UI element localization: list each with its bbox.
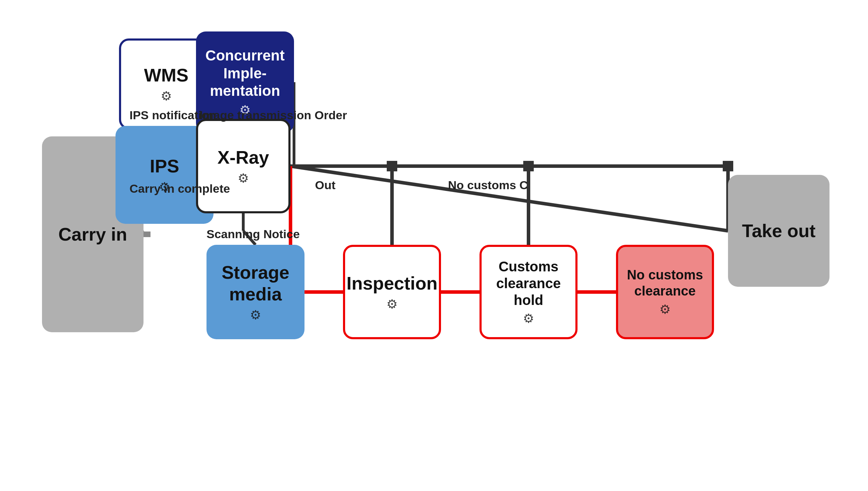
scanning-notice-label: Scanning Notice (206, 227, 300, 241)
carry-in-label: Carry in (58, 223, 127, 245)
concurrent-label: Concurrent Imple- mentation (196, 47, 294, 100)
svg-rect-33 (723, 161, 733, 171)
take-out-label: Take out (742, 220, 816, 242)
image-transmission-label: Image transmission Order (200, 108, 347, 122)
ips-label: IPS (150, 155, 179, 177)
storage-media-node: Storage media ⚙ (206, 245, 304, 339)
xray-gear: ⚙ (238, 171, 249, 186)
no-customs-label: No customs clearance (618, 267, 712, 299)
customs-hold-node: Customs clearance hold ⚙ (479, 245, 578, 339)
take-out-node: Take out (728, 175, 830, 287)
customs-hold-gear: ⚙ (523, 311, 534, 326)
wms-gear: ⚙ (161, 89, 172, 104)
out-label: Out (315, 178, 336, 192)
no-customs-gear: ⚙ (659, 302, 671, 317)
svg-rect-23 (387, 161, 397, 171)
wms-label: WMS (144, 64, 188, 86)
inspection-gear: ⚙ (386, 297, 398, 312)
inspection-label: Inspection (346, 272, 438, 294)
no-customs-c-label: No customs C (448, 178, 528, 192)
carry-in-complete-label: Carry in complete (130, 182, 230, 195)
storage-media-gear: ⚙ (250, 308, 261, 322)
svg-rect-25 (523, 161, 534, 171)
customs-hold-label: Customs clearance hold (482, 258, 575, 308)
no-customs-node: No customs clearance ⚙ (616, 245, 714, 339)
inspection-node: Inspection ⚙ (343, 245, 441, 339)
xray-node: X-Ray ⚙ (196, 119, 290, 213)
storage-media-label: Storage media (206, 262, 304, 305)
xray-label: X-Ray (217, 147, 269, 168)
svg-line-16 (290, 166, 728, 231)
